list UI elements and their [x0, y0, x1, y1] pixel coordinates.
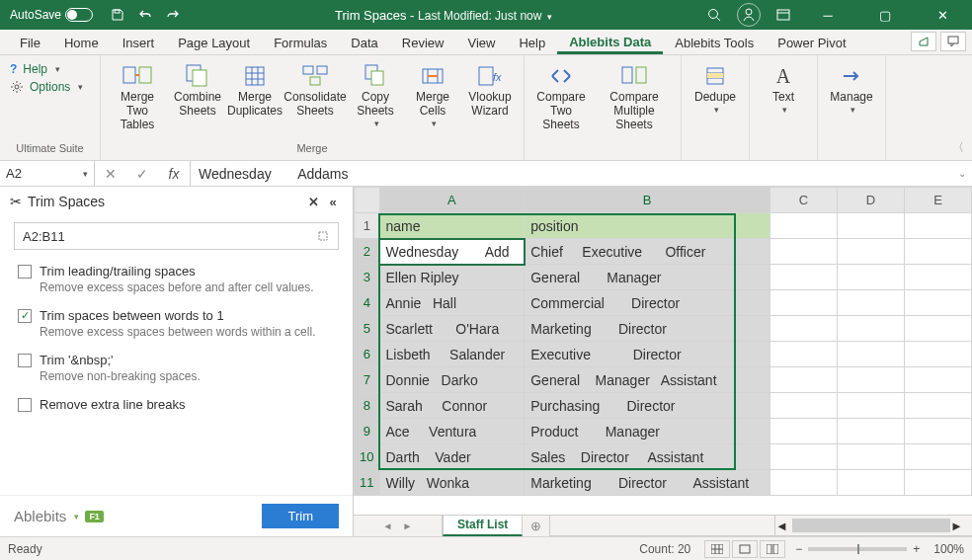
autosave-toggle[interactable]: AutoSave [10, 8, 93, 22]
comments-button[interactable] [940, 32, 966, 51]
cell-D5[interactable] [837, 316, 904, 342]
zoom-in-button[interactable]: + [913, 542, 920, 556]
maximize-button[interactable]: ▢ [863, 0, 907, 30]
cell-B10[interactable]: Sales Director Assistant [525, 444, 770, 470]
cancel-formula-icon[interactable]: ✕ [95, 166, 126, 182]
select-range-icon[interactable] [316, 229, 330, 243]
tab-power-pivot[interactable]: Power Pivot [766, 32, 857, 54]
compare-two-sheets-button[interactable]: Compare Two Sheets [530, 59, 592, 133]
zoom-control[interactable]: − + 100% [795, 542, 964, 556]
checkbox[interactable] [18, 309, 32, 323]
pane-collapse-icon[interactable]: « [323, 192, 343, 211]
row-header-4[interactable]: 4 [355, 290, 380, 316]
tab-ablebits-tools[interactable]: Ablebits Tools [663, 32, 766, 54]
col-header-A[interactable]: A [379, 188, 525, 213]
option-trim-leading[interactable]: Trim leading/trailing spaces Remove exce… [0, 260, 353, 304]
vlookup-wizard-button[interactable]: fxVlookup Wizard [462, 59, 518, 120]
cell-C3[interactable] [770, 265, 837, 290]
checkbox[interactable] [18, 398, 32, 412]
tab-help[interactable]: Help [507, 32, 557, 54]
select-all-corner[interactable] [355, 188, 380, 213]
range-input[interactable]: A2:B11 [14, 222, 339, 250]
checkbox[interactable] [18, 354, 32, 367]
cell-D2[interactable] [837, 239, 904, 265]
formula-bar[interactable]: Wednesday Addams ⌄ [191, 161, 972, 186]
cell-B8[interactable]: Purchasing Director [525, 393, 770, 419]
col-header-C[interactable]: C [770, 188, 837, 213]
cell-C7[interactable] [770, 367, 837, 393]
undo-icon[interactable] [136, 6, 154, 24]
cell-C6[interactable] [770, 342, 837, 367]
row-header-8[interactable]: 8 [355, 393, 380, 419]
close-button[interactable]: ✕ [921, 0, 964, 30]
cell-D4[interactable] [837, 290, 904, 316]
save-icon[interactable] [109, 6, 126, 24]
row-header-5[interactable]: 5 [355, 316, 380, 342]
f1-badge[interactable]: F1 [85, 511, 104, 522]
modified-label[interactable]: Last Modified: Just now [418, 9, 541, 23]
cell-C11[interactable] [770, 470, 837, 496]
row-header-9[interactable]: 9 [355, 419, 380, 444]
cell-E11[interactable] [904, 470, 971, 496]
tab-formulas[interactable]: Formulas [262, 32, 339, 54]
account-icon[interactable] [737, 3, 761, 27]
cell-A2[interactable]: Wednesday Add [379, 239, 525, 265]
cell-D1[interactable] [837, 213, 904, 239]
row-header-6[interactable]: 6 [355, 342, 380, 367]
col-header-D[interactable]: D [837, 188, 904, 213]
compare-multiple-sheets-button[interactable]: Compare Multiple Sheets [594, 59, 675, 133]
cell-B11[interactable]: Marketing Director Assistant [525, 470, 770, 496]
fx-icon[interactable]: fx [158, 166, 190, 182]
expand-formula-icon[interactable]: ⌄ [958, 168, 966, 179]
cell-C4[interactable] [770, 290, 837, 316]
copy-sheets-button[interactable]: Copy Sheets▾ [348, 59, 403, 130]
cell-E6[interactable] [904, 342, 971, 367]
cell-E1[interactable] [904, 213, 971, 239]
tab-review[interactable]: Review [390, 32, 456, 54]
cell-B6[interactable]: Executive Director [525, 342, 770, 367]
option-trim-nbsp[interactable]: Trim '&nbsp;' Remove non-breaking spaces… [0, 349, 353, 393]
add-sheet-button[interactable]: ⊕ [523, 516, 550, 536]
merge-two-tables-button[interactable]: Merge Two Tables [107, 59, 168, 133]
cell-B1[interactable]: position [525, 213, 770, 239]
minimize-button[interactable]: ─ [806, 0, 850, 30]
cell-C2[interactable] [770, 239, 837, 265]
enter-formula-icon[interactable]: ✓ [126, 166, 158, 182]
cell-B9[interactable]: Product Manager [525, 419, 770, 444]
help-button[interactable]: ? Help▾ [10, 61, 83, 77]
cell-E8[interactable] [904, 393, 971, 419]
checkbox[interactable] [18, 265, 32, 279]
cell-A8[interactable]: Sarah Connor [379, 393, 525, 419]
horizontal-scrollbar[interactable]: ◄► [774, 516, 972, 535]
toggle-switch[interactable] [65, 8, 93, 22]
sheet-nav[interactable]: ◄► [354, 516, 443, 536]
options-button[interactable]: Options▾ [10, 79, 83, 95]
col-header-E[interactable]: E [904, 188, 971, 213]
zoom-out-button[interactable]: − [795, 542, 802, 556]
zoom-slider[interactable] [808, 547, 907, 551]
redo-icon[interactable] [164, 6, 182, 24]
cell-D11[interactable] [837, 470, 904, 496]
tab-page-layout[interactable]: Page Layout [166, 32, 262, 54]
row-header-7[interactable]: 7 [355, 367, 380, 393]
row-header-1[interactable]: 1 [355, 213, 380, 239]
cell-A1[interactable]: name [379, 213, 525, 239]
tab-home[interactable]: Home [52, 32, 111, 54]
normal-view-button[interactable] [704, 540, 730, 558]
row-header-3[interactable]: 3 [355, 265, 380, 290]
cell-A11[interactable]: Willy Wonka [379, 470, 525, 496]
option-trim-between[interactable]: Trim spaces between words to 1 Remove ex… [0, 304, 353, 349]
collapse-ribbon-icon[interactable]: 〈 [952, 139, 964, 156]
search-icon[interactable] [705, 6, 723, 24]
cell-D9[interactable] [837, 419, 904, 444]
ablebits-brand[interactable]: Ablebits ▾ F1 [14, 508, 104, 524]
cell-E3[interactable] [904, 265, 971, 290]
row-header-10[interactable]: 10 [355, 444, 380, 470]
cell-B3[interactable]: General Manager [525, 265, 770, 290]
spreadsheet-grid[interactable]: ABCDE1nameposition2Wednesday AddChief Ex… [354, 187, 972, 536]
cell-C8[interactable] [770, 393, 837, 419]
consolidate-sheets-button[interactable]: Consolidate Sheets [284, 59, 346, 120]
chevron-down-icon[interactable]: ▾ [83, 169, 88, 179]
option-remove-linebreaks[interactable]: Remove extra line breaks [0, 393, 353, 422]
sheet-tab-staff-list[interactable]: Staff List [443, 516, 523, 536]
